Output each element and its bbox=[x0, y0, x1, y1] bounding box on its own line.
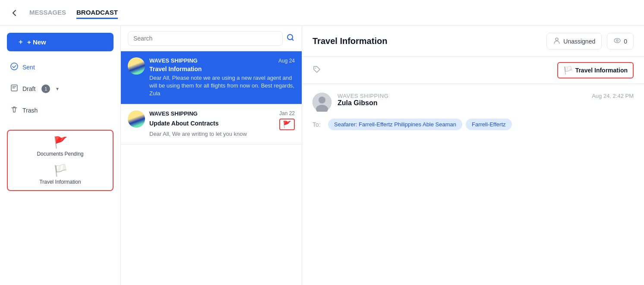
views-button[interactable]: 0 bbox=[607, 33, 634, 50]
tag-row: 🏳️ Travel Information bbox=[302, 57, 644, 84]
sent-icon bbox=[10, 63, 18, 72]
msg-subject-2: Update About Contracts bbox=[149, 120, 218, 127]
flag-red-badge: 🚩 bbox=[279, 119, 295, 130]
draft-icon bbox=[10, 84, 18, 94]
travel-information-sidebar-label: Travel Information bbox=[39, 179, 81, 185]
msg-date-1: Aug 24 bbox=[278, 58, 295, 64]
message-meta: WAVES SHIPPING Zula Gibson bbox=[338, 93, 586, 107]
blue-flag-sidebar-icon: 🏳️ bbox=[54, 164, 67, 177]
msg-sender-1: WAVES SHIPPING bbox=[149, 57, 198, 64]
svg-point-4 bbox=[614, 38, 620, 43]
to-row: To: Seafarer: Farrell-Effertz Philippine… bbox=[313, 119, 634, 130]
right-panel: Travel Information Unassigned bbox=[302, 26, 644, 285]
recipient-tag-1[interactable]: Seafarer: Farrell-Effertz Philippines Ab… bbox=[328, 119, 462, 130]
red-flag-message-icon: 🚩 bbox=[283, 120, 291, 128]
trash-label: Trash bbox=[22, 107, 38, 114]
search-input[interactable] bbox=[128, 31, 283, 46]
avatar-zula-gibson bbox=[313, 93, 331, 112]
message-item-1[interactable]: WAVES SHIPPING Aug 24 Travel Information… bbox=[121, 51, 302, 104]
blue-flag-badge-icon: 🏳️ bbox=[563, 66, 573, 75]
label-documents-pending[interactable]: 🚩 Documents Pending bbox=[11, 136, 109, 157]
msg-subject-1: Travel Information bbox=[149, 66, 295, 72]
plus-icon: ＋ bbox=[17, 38, 24, 46]
red-flag-icon: 🚩 bbox=[54, 136, 67, 149]
to-recipients: Seafarer: Farrell-Effertz Philippines Ab… bbox=[328, 119, 512, 130]
travel-badge-label: Travel Information bbox=[575, 67, 628, 74]
svg-point-6 bbox=[315, 68, 316, 69]
right-actions: Unassigned 0 bbox=[546, 33, 634, 50]
back-icon bbox=[10, 9, 19, 17]
message-item-2[interactable]: WAVES SHIPPING Jan 22 Update About Contr… bbox=[121, 104, 302, 144]
unassigned-label: Unassigned bbox=[563, 38, 595, 45]
tab-messages[interactable]: MESSAGES bbox=[29, 7, 66, 19]
msg-preview-1: Dear All, Please note we are using a new… bbox=[149, 74, 295, 98]
middle-panel: WAVES SHIPPING Aug 24 Travel Information… bbox=[121, 26, 302, 285]
label-travel-information[interactable]: 🏳️ Travel Information bbox=[11, 164, 109, 185]
svg-point-8 bbox=[319, 97, 325, 103]
search-icon[interactable] bbox=[286, 33, 295, 44]
right-panel-title: Travel Information bbox=[313, 36, 387, 46]
draft-label: Draft bbox=[22, 85, 35, 92]
eye-icon bbox=[613, 37, 621, 46]
msg-sender-2: WAVES SHIPPING bbox=[149, 110, 198, 117]
new-button-label: + New bbox=[27, 38, 46, 46]
person-icon bbox=[553, 37, 561, 46]
msg-date-2: Jan 22 bbox=[279, 110, 295, 116]
travel-info-tag-badge[interactable]: 🏳️ Travel Information bbox=[557, 62, 634, 78]
trash-icon bbox=[10, 106, 18, 115]
tab-broadcast[interactable]: BROADCAST bbox=[76, 7, 118, 19]
msg-preview-2: Dear All, We are writing to let you know bbox=[149, 130, 295, 138]
svg-point-3 bbox=[556, 38, 558, 41]
sidebar: ＋ + New Sent Draft 1 ▾ bbox=[0, 26, 121, 285]
svg-point-0 bbox=[11, 63, 18, 70]
person-avatar-svg bbox=[313, 93, 331, 112]
main-layout: ＋ + New Sent Draft 1 ▾ bbox=[0, 26, 644, 285]
draft-chevron-icon: ▾ bbox=[56, 86, 59, 92]
message-date: Aug 24, 2:42 PM bbox=[592, 93, 634, 99]
tag-icon bbox=[313, 65, 321, 76]
unassigned-button[interactable]: Unassigned bbox=[546, 33, 602, 50]
message-org-sender: WAVES SHIPPING bbox=[338, 93, 586, 99]
documents-pending-label: Documents Pending bbox=[37, 151, 83, 157]
back-button[interactable] bbox=[10, 9, 19, 17]
sidebar-item-sent[interactable]: Sent bbox=[7, 58, 114, 76]
message-sender-name: Zula Gibson bbox=[338, 99, 586, 107]
draft-badge: 1 bbox=[41, 85, 50, 93]
sent-label: Sent bbox=[22, 64, 35, 71]
sidebar-item-trash[interactable]: Trash bbox=[7, 101, 114, 119]
top-nav: MESSAGES BROADCAST bbox=[0, 0, 644, 26]
message-list: WAVES SHIPPING Aug 24 Travel Information… bbox=[121, 51, 302, 285]
sidebar-item-draft[interactable]: Draft 1 ▾ bbox=[7, 80, 114, 98]
avatar-waves-shipping-2 bbox=[128, 110, 145, 128]
avatar-waves-shipping-1 bbox=[128, 57, 145, 75]
views-count: 0 bbox=[624, 38, 627, 45]
recipient-tag-2[interactable]: Farrell-Effertz bbox=[466, 119, 512, 130]
message-content: WAVES SHIPPING Zula Gibson Aug 24, 2:42 … bbox=[302, 84, 644, 285]
new-button[interactable]: ＋ + New bbox=[7, 33, 114, 51]
right-header: Travel Information Unassigned bbox=[302, 26, 644, 57]
to-label: To: bbox=[313, 119, 323, 128]
search-bar bbox=[121, 26, 302, 51]
label-groups: 🚩 Documents Pending 🏳️ Travel Informatio… bbox=[7, 130, 114, 191]
svg-point-5 bbox=[616, 40, 618, 41]
